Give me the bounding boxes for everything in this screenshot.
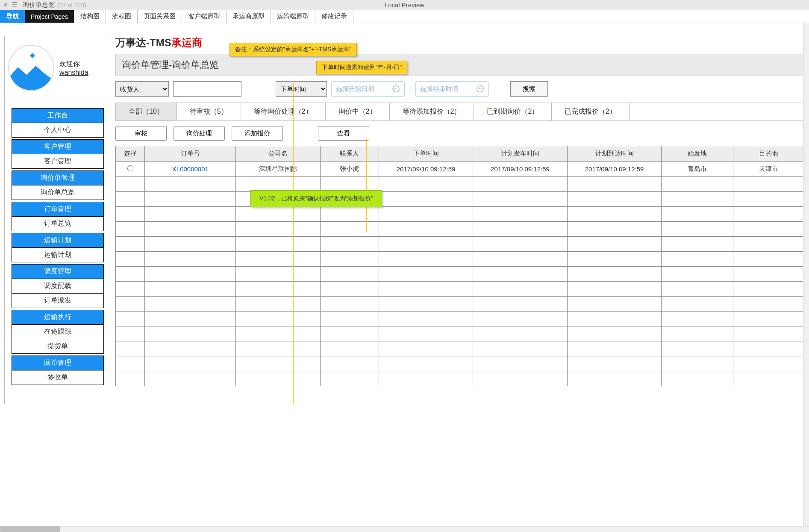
greeting: 欢迎你 (59, 60, 88, 69)
table-row (116, 237, 805, 252)
avatar-block: 欢迎你 wanshida (8, 45, 107, 91)
nav-header[interactable]: 运输执行 (12, 310, 104, 325)
col-header: 下单时间 (379, 146, 473, 162)
table-row (116, 222, 805, 237)
tab-transport[interactable]: 运输端原型 (271, 10, 315, 23)
date-dash: - (409, 85, 411, 92)
status-tab[interactable]: 等待询价处理（2） (241, 103, 326, 121)
status-tab[interactable]: 全部（10） (116, 103, 177, 121)
sidebar: 欢迎你 wanshida 工作台个人中心客户管理客户管理询价单管理询价单总览订单… (4, 36, 111, 404)
tab-flow[interactable]: 流程图 (106, 10, 138, 23)
table-row (116, 312, 805, 326)
table-row (116, 326, 805, 341)
table-row (116, 282, 805, 297)
tab-project-pages[interactable]: Project Pages (25, 10, 74, 23)
page-counter: (37 of 123) (57, 2, 86, 9)
table-row (116, 177, 805, 192)
table-row (116, 371, 805, 386)
username-link[interactable]: wanshida (59, 69, 88, 76)
table-row: XL00000001深圳星联国际张小虎2017/09/10 09:12:5920… (116, 162, 805, 177)
nav-item[interactable]: 订单总览 (12, 217, 104, 231)
page-name: 询价单总览 (23, 1, 55, 9)
annotation-note: 下单时间搜索精确到"年-月-日" (316, 61, 407, 74)
nav-header[interactable]: 调度管理 (12, 264, 104, 279)
nav-item[interactable]: 订单派发 (12, 294, 104, 308)
filter-text-input[interactable] (173, 81, 241, 97)
nav-item[interactable]: 客户管理 (12, 154, 104, 169)
status-tabs: 全部（10）待审核（5）等待询价处理（2）询价中（2）等待添加报价（2）已到期询… (115, 103, 805, 121)
nav-header[interactable]: 回单管理 (12, 356, 104, 370)
preview-label: Local Preview (385, 1, 424, 9)
filter-select-field[interactable]: 收货人 (115, 81, 169, 97)
table-row (116, 297, 805, 312)
action-bar: 审核 询价处理 添加报价 查看 (115, 126, 805, 141)
status-tab[interactable]: 待审核（5） (177, 103, 241, 121)
nav-item[interactable]: 在途跟踪 (12, 325, 104, 339)
page-title: 询价单管理-询价单总览 (115, 54, 805, 76)
top-tabs: 导航 Project Pages 结构图 流程图 页面关系图 客户端原型 承运商… (0, 10, 809, 23)
avatar-icon (8, 45, 54, 91)
col-header: 计划发车时间 (473, 146, 568, 162)
annotation-note: 备注：系统设定的"承运商名"+"-TMS承运商" (229, 43, 357, 56)
col-header: 目的地 (733, 146, 804, 162)
nav-item[interactable]: 个人中心 (12, 123, 104, 138)
nav-header[interactable]: 运输计划 (12, 233, 104, 248)
nav-item[interactable]: 运输计划 (12, 248, 104, 262)
table-row (116, 252, 805, 267)
order-link[interactable]: XL00000001 (145, 162, 236, 177)
clock-icon: 🕘 (476, 85, 484, 93)
table-row (116, 192, 805, 207)
nav-menu: 工作台个人中心客户管理客户管理询价单管理询价单总览订单管理订单总览运输计划运输计… (12, 108, 104, 385)
action-process[interactable]: 询价处理 (174, 126, 225, 141)
title-bar: × ☰ 询价单总览 (37 of 123) Local Preview (0, 0, 809, 10)
status-tab[interactable]: 等待添加报价（2） (390, 103, 474, 121)
content-area: 万事达-TMS承运商 询价单管理-询价单总览 收货人 下单时间 选择开始日期🕘 … (115, 36, 805, 404)
v-scrollbar[interactable] (803, 23, 809, 404)
table-row (116, 267, 805, 282)
brand-black: 万事达-TMS (115, 37, 171, 48)
annotation-line (293, 83, 294, 404)
start-date-input[interactable]: 选择开始日期🕘 (331, 81, 405, 97)
annotation-line (366, 138, 367, 232)
col-header: 计划到达时间 (567, 146, 662, 162)
nav-item[interactable]: 提货单 (12, 339, 104, 354)
tab-client[interactable]: 客户端原型 (182, 10, 227, 23)
data-table: 选择订单号公司名联系人下单时间计划发车时间计划到达时间始发地目的地 XL0000… (115, 146, 805, 386)
nav-header[interactable]: 客户管理 (12, 139, 104, 154)
status-tab[interactable]: 询价中（2） (326, 103, 390, 121)
tab-relation[interactable]: 页面关系图 (138, 10, 182, 23)
nav-header[interactable]: 工作台 (12, 108, 104, 123)
table-row (116, 341, 805, 356)
annotation-note: V1.02，已将原来"确认报价"改为"添加报价" (250, 190, 382, 207)
menu-icon[interactable]: ☰ (12, 1, 18, 9)
col-header: 公司名 (236, 146, 321, 162)
nav-header[interactable]: 询价单管理 (12, 170, 104, 185)
status-tab[interactable]: 已到期询价（2） (474, 103, 552, 121)
col-header: 选择 (116, 146, 145, 162)
brand-red: 承运商 (171, 37, 202, 48)
end-date-input[interactable]: 选择结束时间🕘 (415, 81, 489, 97)
action-add-quote[interactable]: 添加报价 (232, 126, 283, 141)
nav-item[interactable]: 询价单总览 (12, 185, 104, 200)
nav-header[interactable]: 订单管理 (12, 202, 104, 217)
tab-structure[interactable]: 结构图 (74, 10, 106, 23)
row-select[interactable] (116, 162, 145, 177)
tab-carrier[interactable]: 承运商原型 (227, 10, 271, 23)
table-row (116, 207, 805, 222)
tab-changelog[interactable]: 修改记录 (315, 10, 353, 23)
clock-icon: 🕘 (392, 85, 400, 93)
col-header: 订单号 (145, 146, 236, 162)
search-button[interactable]: 搜索 (510, 81, 548, 97)
nav-item[interactable]: 调度配载 (12, 279, 104, 294)
action-view[interactable]: 查看 (318, 126, 369, 141)
status-tab[interactable]: 已完成报价（2） (552, 103, 630, 121)
tab-nav[interactable]: 导航 (0, 10, 25, 23)
brand-title: 万事达-TMS承运商 (115, 36, 805, 50)
close-icon[interactable]: × (3, 1, 7, 9)
filter-select-time[interactable]: 下单时间 (276, 81, 327, 97)
nav-item[interactable]: 签收单 (12, 370, 104, 385)
filter-bar: 收货人 下单时间 选择开始日期🕘 - 选择结束时间🕘 搜索 (115, 81, 805, 97)
action-audit[interactable]: 审核 (115, 126, 167, 141)
col-header: 始发地 (662, 146, 733, 162)
table-row (116, 356, 805, 371)
